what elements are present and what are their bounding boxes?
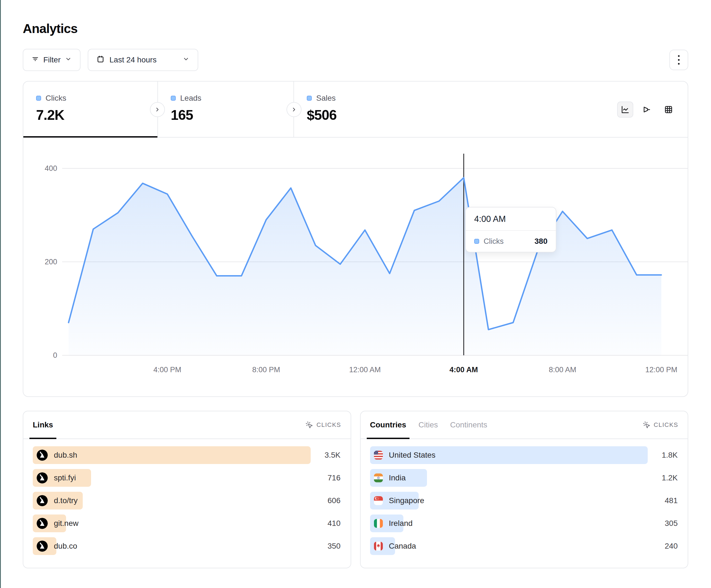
table-toggle[interactable] [661,101,676,118]
cursor-click-icon [643,421,650,429]
link-row[interactable]: git.new 410 [33,515,341,532]
country-label: India [389,473,406,482]
svg-text:400: 400 [45,164,57,173]
country-flag-icon [374,473,383,482]
links-metric-header[interactable]: CLICKS [305,421,341,429]
tab-cities[interactable]: Cities [418,411,438,438]
more-options-button[interactable] [669,50,688,70]
dub-logo-icon [37,541,48,552]
country-flag-icon [374,542,383,550]
country-label: Ireland [389,519,413,528]
links-panel-header: Links CLICKS [23,411,351,439]
tooltip-metric-label: Clicks [483,237,530,246]
link-row[interactable]: spti.fyi 716 [33,469,341,487]
dub-logo-icon [37,518,48,529]
country-label: Canada [389,542,416,550]
links-panel: Links CLICKS dub.sh 3.5K spti.fyi [23,411,351,568]
tooltip-legend-swatch [474,239,479,244]
cursor-click-icon [305,421,313,429]
chevron-right-icon [154,107,160,113]
analytics-page: Analytics Filter Last 24 hours [0,0,711,588]
country-clicks-value: 481 [665,492,678,510]
tab-continents[interactable]: Continents [450,411,487,438]
sales-tab-label: Sales [316,94,336,103]
country-row[interactable]: Canada 240 [370,537,678,555]
tab-countries[interactable]: Countries [370,411,406,438]
stat-pager-next-2[interactable] [286,102,302,117]
countries-panel: Countries Cities Continents CLICKS [360,411,689,568]
sales-legend-swatch [307,96,312,101]
table-grid-icon [664,106,673,114]
toolbar: Filter Last 24 hours [23,49,688,71]
svg-text:8:00 AM: 8:00 AM [549,366,576,374]
links-rows: dub.sh 3.5K spti.fyi 716 d.to/try 606 gi… [23,439,351,555]
funnel-chart-toggle[interactable] [639,101,655,118]
country-label: Singapore [389,496,425,505]
link-label: dub.sh [54,451,77,459]
svg-text:0: 0 [53,351,57,359]
link-clicks-value: 606 [328,492,341,510]
country-row[interactable]: Singapore 481 [370,492,678,510]
leads-tab-label: Leads [180,94,201,103]
link-clicks-value: 410 [328,515,341,532]
countries-panel-header: Countries Cities Continents CLICKS [361,411,688,439]
link-clicks-value: 350 [328,537,341,555]
link-label: d.to/try [54,496,78,505]
page-title: Analytics [23,21,688,36]
links-metric-header-label: CLICKS [317,421,341,429]
link-row[interactable]: dub.co 350 [33,537,341,555]
link-row[interactable]: d.to/try 606 [33,492,341,510]
tab-sales[interactable]: Sales $506 [294,82,430,137]
leads-value: 165 [171,107,294,123]
country-flag-icon [374,496,383,505]
tooltip-metric-value: 380 [534,237,547,246]
filter-button[interactable]: Filter [23,49,81,71]
line-chart-toggle[interactable] [617,101,633,118]
funnel-chart-icon [643,106,651,114]
line-chart-icon [621,106,629,114]
clicks-legend-swatch [36,96,41,101]
calendar-icon [96,55,104,65]
tab-links[interactable]: Links [33,411,53,438]
filter-icon [31,55,39,65]
continents-tab-label: Continents [450,421,487,429]
stat-pager-next-1[interactable] [150,102,165,117]
country-clicks-value: 1.2K [662,469,678,487]
svg-text:4:00 PM: 4:00 PM [153,366,181,374]
countries-tab-label: Countries [370,421,406,429]
links-tab-label: Links [33,421,53,429]
country-label: United States [389,451,436,459]
tab-leads[interactable]: Leads 165 [157,82,294,137]
country-row[interactable]: United States 1.8K [370,446,678,464]
country-clicks-value: 1.8K [662,446,678,464]
chevron-down-icon [65,55,72,64]
link-clicks-value: 3.5K [325,446,341,464]
link-label: dub.co [54,542,77,550]
leads-legend-swatch [171,96,176,101]
country-flag-icon [374,519,383,528]
dub-logo-icon [37,450,48,461]
link-label: spti.fyi [54,473,76,482]
svg-text:8:00 PM: 8:00 PM [252,366,280,374]
date-range-label: Last 24 hours [109,55,156,64]
clicks-tab-label: Clicks [45,94,66,103]
svg-text:12:00 PM: 12:00 PM [645,366,677,374]
cities-tab-label: Cities [418,421,438,429]
breakdown-panels: Links CLICKS dub.sh 3.5K spti.fyi [23,411,688,568]
stat-tabs-row: Clicks 7.2K Leads 165 Sales $506 [23,82,688,138]
countries-metric-header-label: CLICKS [654,421,678,429]
svg-text:12:00 AM: 12:00 AM [349,366,381,374]
area-chart-canvas[interactable]: 02004004:00 PM8:00 PM12:00 AM4:00 AM8:00… [23,138,688,397]
country-row[interactable]: India 1.2K [370,469,678,487]
date-range-button[interactable]: Last 24 hours [88,49,198,71]
analytics-card: Clicks 7.2K Leads 165 Sales $506 [23,81,688,397]
countries-rows: United States 1.8K India 1.2K Singapore … [361,439,688,555]
clicks-value: 7.2K [36,107,157,123]
countries-metric-header[interactable]: CLICKS [643,421,678,429]
clicks-timeseries-chart[interactable]: 02004004:00 PM8:00 PM12:00 AM4:00 AM8:00… [23,138,688,397]
dub-logo-icon [37,472,48,483]
country-row[interactable]: Ireland 305 [370,515,678,532]
tab-clicks[interactable]: Clicks 7.2K [23,82,157,137]
tooltip-time: 4:00 AM [466,207,556,231]
link-row[interactable]: dub.sh 3.5K [33,446,341,464]
